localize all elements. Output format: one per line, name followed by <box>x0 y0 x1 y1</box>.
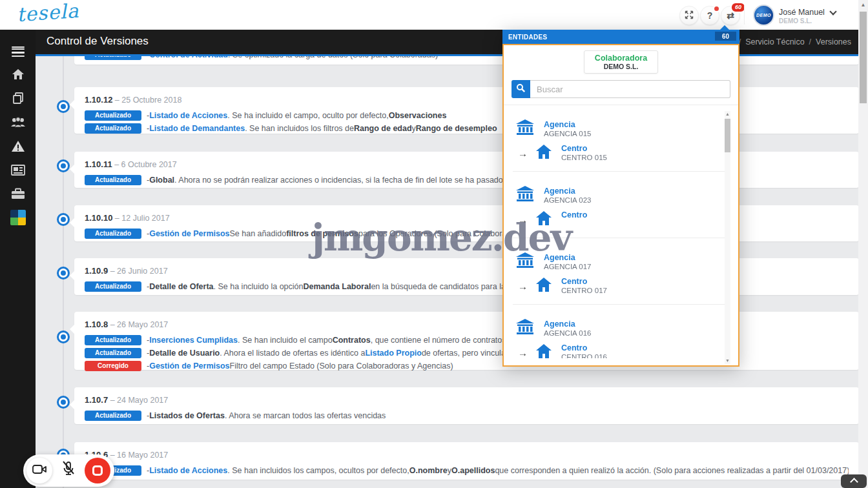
feature-link[interactable]: Inserciones Cumplidas <box>149 336 238 345</box>
center-row: →CentroCENTRO 016 <box>515 343 715 358</box>
breadcrumb-item[interactable]: Versiones <box>816 37 851 46</box>
scrollbar-thumb[interactable] <box>725 119 730 152</box>
feature-link[interactable]: Listado de Acciones <box>149 111 227 120</box>
version-card: 1.10.8 – 26 Mayo 2017Actualizado- Inserc… <box>74 312 859 370</box>
home-icon <box>535 144 552 162</box>
entity-search <box>512 80 730 98</box>
version-card: 1.10.7 – 24 Mayo 2017Actualizado- Listad… <box>74 387 859 424</box>
changelog-text: , que contiene el número de contratos <box>371 336 506 345</box>
timeline-dot <box>57 100 70 113</box>
feature-link[interactable]: Listado Propio <box>365 349 422 358</box>
sidebar-item-home[interactable] <box>0 63 36 85</box>
center-row: →CentroCENTRO 015 <box>515 144 715 162</box>
sidebar-item-users[interactable] <box>0 111 36 133</box>
current-entity-chip[interactable]: Colaboradora DEMO S.L. <box>584 50 658 74</box>
warning-icon <box>11 140 25 152</box>
sidebar-item-documents[interactable] <box>0 87 36 109</box>
breadcrumb: 1/Servicio Técnico/Versiones <box>730 37 851 46</box>
user-organization: DEMO S.L. <box>779 17 812 25</box>
entities-switch-button[interactable]: ⇄ 60 <box>721 6 740 25</box>
center-link[interactable]: Centro <box>561 144 607 153</box>
scroll-down-arrow[interactable]: ▼ <box>725 358 730 363</box>
sidebar-item-briefcase[interactable] <box>0 183 36 205</box>
top-bar: tesela ? ⇄ 60 DEMO José Manuel DEMO S.L. <box>0 0 868 30</box>
expand-icon <box>685 10 694 21</box>
version-number: 1.10.12 <box>85 95 112 105</box>
entity-group: AgenciaAGENCIA 016→CentroCENTRO 016 <box>504 305 738 358</box>
camera-button[interactable] <box>26 458 52 483</box>
changelog-line: Actualizado- Listados de Ofertas. Ahora … <box>85 410 849 421</box>
avatar[interactable]: DEMO <box>753 5 774 26</box>
center-name: CENTRO 017 <box>561 287 607 295</box>
changelog-text: O.nombre <box>409 466 448 475</box>
scroll-to-top-button[interactable] <box>841 474 867 488</box>
version-card: 1.10.11 – 6 Octubre 2017Actualizado- Glo… <box>74 152 859 188</box>
chevron-down-icon[interactable] <box>829 8 836 15</box>
entity-group: AgenciaAGENCIA 015→CentroCENTRO 015 <box>504 105 738 171</box>
changelog-text: . Se han incluido el campo <box>238 336 333 345</box>
agency-name: AGENCIA 017 <box>544 263 592 271</box>
stop-recording-button[interactable] <box>85 458 110 483</box>
bank-icon <box>515 252 535 272</box>
mic-muted-button[interactable] <box>61 461 76 480</box>
center-row: →CentroCENTRO 017 <box>515 277 715 295</box>
changelog-text: que corresponden a quien realizó la acci… <box>495 466 849 475</box>
sidebar-item-news[interactable] <box>0 159 36 181</box>
entities-panel-body: Colaboradora DEMO S.L. AgenciaAGENCIA 01… <box>502 44 739 367</box>
feature-link[interactable]: Listado de Demandantes <box>149 124 245 133</box>
search-icon <box>516 83 526 95</box>
version-card: 1.10.12 – 25 Octubre 2018Actualizado- Li… <box>74 87 859 134</box>
agency-link[interactable]: Agencia <box>544 187 592 196</box>
changelog-text: Global <box>149 176 174 185</box>
agency-name: AGENCIA 015 <box>544 130 592 138</box>
center-name: CENTRO 015 <box>561 154 607 162</box>
changelog-text: filtros de permisos <box>286 229 358 238</box>
feature-link[interactable]: Gestión de Permisos <box>149 229 229 238</box>
page-scrollbar[interactable]: ▲ ▼ <box>858 0 868 488</box>
sidebar-item-tesela-app[interactable] <box>0 207 36 229</box>
help-button[interactable]: ? <box>700 6 719 25</box>
agency-name: AGENCIA 023 <box>544 196 592 205</box>
center-link[interactable]: Centro <box>561 343 607 352</box>
scroll-up-arrow[interactable]: ▲ <box>725 112 730 117</box>
agency-link[interactable]: Agencia <box>544 120 592 129</box>
card-notch <box>70 165 74 174</box>
agency-link[interactable]: Agencia <box>544 320 592 329</box>
tesela-logo[interactable]: tesela <box>16 0 80 26</box>
version-number: 1.10.10 <box>85 213 112 223</box>
topbar-divider <box>744 5 745 25</box>
home-icon <box>535 210 552 229</box>
fullscreen-button[interactable] <box>679 6 699 25</box>
feature-link[interactable]: Listado de Acciones <box>149 466 227 475</box>
feature-link[interactable]: Gestión de Permisos <box>149 361 229 371</box>
entity-type-label: Colaboradora <box>595 54 647 63</box>
home-icon <box>535 343 552 358</box>
version-number: 1.10.7 <box>85 395 108 405</box>
users-icon <box>10 116 26 128</box>
changelog-text: Rango de edad <box>354 124 412 133</box>
home-icon <box>12 68 25 80</box>
center-link[interactable]: Centro <box>561 277 607 286</box>
notification-dot <box>713 5 720 12</box>
arrow-right-icon: → <box>518 347 528 358</box>
status-badge: Actualizado <box>85 175 141 185</box>
sidebar-item-alerts[interactable] <box>0 135 36 157</box>
version-date: – 16 Mayo 2017 <box>108 451 168 460</box>
search-button[interactable] <box>512 80 530 98</box>
timeline-dot <box>57 267 70 280</box>
bank-icon <box>515 319 535 338</box>
version-date: – 12 Julio 2017 <box>112 214 169 223</box>
agency-row: AgenciaAGENCIA 017 <box>515 252 715 272</box>
version-date: – 25 Octubre 2018 <box>112 96 181 105</box>
entity-list-scrollbar[interactable]: ▲ ▼ <box>725 111 730 364</box>
center-link[interactable]: Centro <box>561 210 587 219</box>
search-input[interactable] <box>530 80 730 98</box>
scroll-up-arrow[interactable]: ▲ <box>858 2 868 8</box>
status-badge: Actualizado <box>85 229 141 239</box>
menu-toggle-icon[interactable] <box>0 36 36 58</box>
agency-link[interactable]: Agencia <box>544 253 592 262</box>
status-badge: Actualizado <box>85 110 141 121</box>
breadcrumb-item[interactable]: Servicio Técnico <box>745 37 804 46</box>
changelog-text: Detalle de Usuario <box>149 349 220 358</box>
scrollbar-thumb[interactable] <box>860 12 867 103</box>
